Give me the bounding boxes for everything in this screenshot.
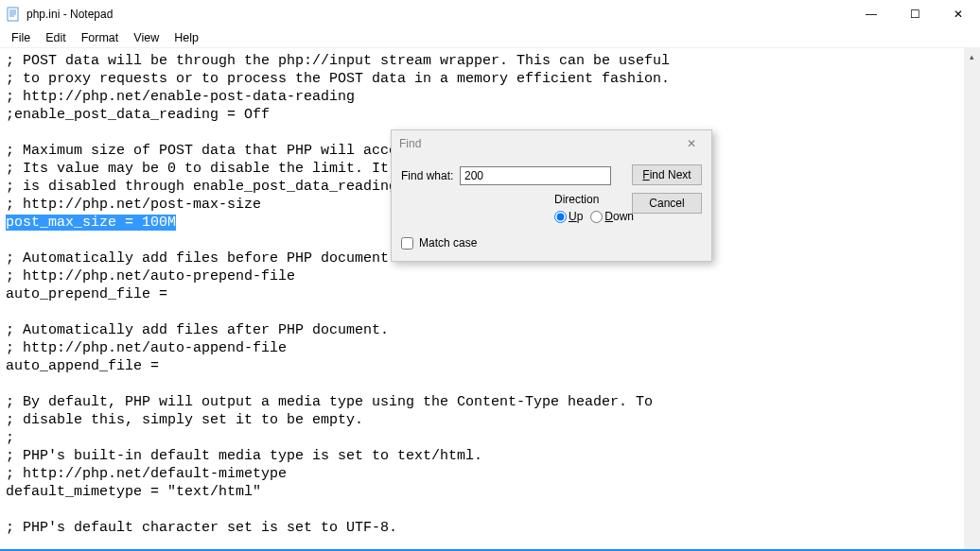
match-case-checkbox[interactable] <box>401 237 413 250</box>
find-direction-group: Direction Up Down <box>554 193 634 223</box>
find-dialog-titlebar[interactable]: Find ✕ <box>392 130 711 157</box>
minimize-button[interactable]: — <box>849 0 893 28</box>
vertical-scrollbar[interactable]: ▴ <box>964 48 980 551</box>
selected-text[interactable]: post_max_size = 100M <box>6 215 176 231</box>
menu-edit[interactable]: Edit <box>38 30 74 45</box>
find-cancel-button[interactable]: Cancel <box>632 193 702 214</box>
menu-help[interactable]: Help <box>166 30 206 45</box>
match-case-label[interactable]: Match case <box>419 236 477 250</box>
direction-label: Direction <box>554 193 634 206</box>
find-what-input[interactable] <box>460 166 611 185</box>
radio-down[interactable] <box>590 211 603 223</box>
radio-up[interactable] <box>554 211 567 223</box>
notepad-icon <box>6 7 21 22</box>
radio-up-label[interactable]: Up <box>554 210 583 223</box>
scroll-up-arrow[interactable]: ▴ <box>964 48 980 64</box>
find-what-label: Find what: <box>401 169 460 182</box>
text-editor[interactable]: ; POST data will be through the php://in… <box>0 48 964 551</box>
find-next-button[interactable]: Find Next <box>632 164 702 185</box>
titlebar[interactable]: php.ini - Notepad — ☐ ✕ <box>0 0 980 28</box>
menu-view[interactable]: View <box>126 30 166 45</box>
find-close-button[interactable]: ✕ <box>679 134 704 153</box>
menu-file[interactable]: File <box>4 30 38 45</box>
close-button[interactable]: ✕ <box>936 0 980 28</box>
maximize-button[interactable]: ☐ <box>893 0 936 28</box>
menu-format[interactable]: Format <box>74 30 127 45</box>
window-title: php.ini - Notepad <box>26 8 113 21</box>
find-dialog: Find ✕ Find what: Find Next Cancel Direc… <box>391 129 712 262</box>
menubar: File Edit Format View Help <box>0 28 980 47</box>
find-dialog-title: Find <box>399 137 421 150</box>
editor-area: ; POST data will be through the php://in… <box>0 47 980 551</box>
notepad-window: php.ini - Notepad — ☐ ✕ File Edit Format… <box>0 0 980 551</box>
radio-down-label[interactable]: Down <box>590 210 634 223</box>
